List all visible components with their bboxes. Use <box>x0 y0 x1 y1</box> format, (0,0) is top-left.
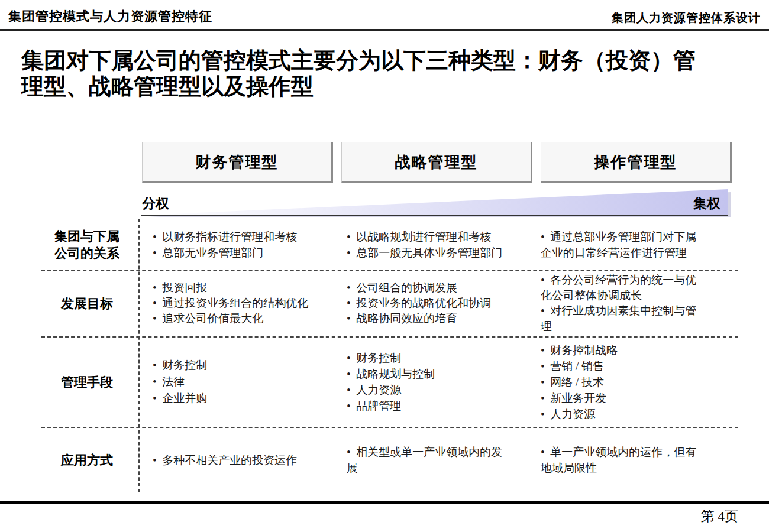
bullet-item: 品牌管理 <box>347 398 509 414</box>
cell-application-operational: 单一产业领域内的运作，但有地域局限性 <box>541 427 705 492</box>
page-number: 第 4页 <box>701 507 738 525</box>
bullet-item: 战略协同效应的培育 <box>347 311 509 326</box>
cell-goals-strategic: 公司组合的协调发展 投资业务的战略优化和协调 战略协同效应的培育 <box>347 270 509 336</box>
row-label-goals: 发展目标 <box>34 270 140 336</box>
row-goals: 发展目标 投资回报 通过投资业务组合的结构优化 追求公司价值最大化 公司组合的协… <box>0 270 769 336</box>
bullet-item: 总部无业务管理部门 <box>153 245 325 261</box>
bullet-item: 营销 / 销售 <box>541 358 705 374</box>
axis-label-decentralized: 分权 <box>142 194 169 213</box>
header-left-title: 集团管控模式与人力资源管控特征 <box>8 8 212 25</box>
column-header-operational: 操作管理型 <box>541 142 732 183</box>
bullet-item: 单一产业领域内的运作，但有地域局限性 <box>541 444 705 476</box>
bullet-item: 投资业务的战略优化和协调 <box>347 296 509 311</box>
cell-relationship-strategic: 以战略规划进行管理和考核 总部一般无具体业务管理部门 <box>347 220 509 270</box>
bullet-item: 法律 <box>153 374 325 390</box>
header-right-title: 集团人力资源管控体系设计 <box>612 10 761 26</box>
column-header-strategic: 战略管理型 <box>341 142 532 183</box>
bullet-item: 财务控制 <box>153 357 325 374</box>
bullet-item: 财务控制 <box>347 350 509 366</box>
bullet-item: 人力资源 <box>347 382 509 398</box>
bullet-item: 相关型或单一产业领域内的发展 <box>347 444 509 476</box>
row-label-relationship: 集团与下属 公司的关系 <box>34 220 140 270</box>
row-application: 应用方式 多种不相关产业的投资运作 相关型或单一产业领域内的发展 单一产业领域内… <box>0 427 769 492</box>
cell-goals-operational: 各分公司经营行为的统一与优化公司整体协调成长 对行业成功因素集中控制与管理 <box>541 270 705 336</box>
slide-title-line1: 集团对下属公司的管控模式主要分为以下三种类型：财务（投资）管 <box>21 47 755 73</box>
bullet-item: 战略规划与控制 <box>347 366 509 382</box>
bullet-item: 企业并购 <box>153 390 325 407</box>
bullet-item: 公司组合的协调发展 <box>347 280 509 296</box>
bullet-item: 追求公司价值最大化 <box>153 311 325 326</box>
cell-relationship-financial: 以财务指标进行管理和考核 总部无业务管理部门 <box>153 220 325 270</box>
axis-label-centralized: 集权 <box>693 194 720 213</box>
cell-means-financial: 财务控制 法律 企业并购 <box>153 337 325 427</box>
cell-means-strategic: 财务控制 战略规划与控制 人力资源 品牌管理 <box>347 337 509 427</box>
bullet-item: 人力资源 <box>541 406 705 422</box>
cell-relationship-operational: 通过总部业务管理部门对下属企业的日常经营运作进行管理 <box>541 220 705 270</box>
bullet-item: 新业务开发 <box>541 390 705 406</box>
cell-goals-financial: 投资回报 通过投资业务组合的结构优化 追求公司价值最大化 <box>153 270 325 336</box>
bullet-item: 对行业成功因素集中控制与管理 <box>541 303 705 334</box>
bullet-item: 各分公司经营行为的统一与优化公司整体协调成长 <box>541 273 705 303</box>
row-label-application: 应用方式 <box>34 427 140 492</box>
centralization-gradient-wedge <box>138 187 734 219</box>
bullet-item: 以战略规划进行管理和考核 <box>347 229 509 245</box>
slide-root: 集团管控模式与人力资源管控特征 集团人力资源管控体系设计 集团对下属公司的管控模… <box>0 0 769 532</box>
header-divider <box>0 29 769 31</box>
bullet-item: 投资回报 <box>153 280 325 296</box>
bullet-item: 网络 / 技术 <box>541 374 705 390</box>
bullet-item: 财务控制战略 <box>541 342 705 358</box>
cell-application-strategic: 相关型或单一产业领域内的发展 <box>347 427 509 492</box>
wedge-triangle <box>143 189 728 215</box>
column-header-financial: 财务管理型 <box>142 142 333 183</box>
bullet-item: 以财务指标进行管理和考核 <box>153 229 325 245</box>
cell-means-operational: 财务控制战略 营销 / 销售 网络 / 技术 新业务开发 人力资源 <box>541 337 705 427</box>
bullet-item: 通过投资业务组合的结构优化 <box>153 296 325 311</box>
bullet-item: 通过总部业务管理部门对下属企业的日常经营运作进行管理 <box>541 229 705 261</box>
row-relationship: 集团与下属 公司的关系 以财务指标进行管理和考核 总部无业务管理部门 以战略规划… <box>0 220 769 270</box>
footer-rule-thick <box>0 501 769 504</box>
slide-title-line2: 理型、战略管理型以及操作型 <box>21 73 755 99</box>
row-label-means: 管理手段 <box>34 337 140 427</box>
slide-title: 集团对下属公司的管控模式主要分为以下三种类型：财务（投资）管 理型、战略管理型以… <box>21 47 755 99</box>
bullet-item: 总部一般无具体业务管理部门 <box>347 245 509 261</box>
footer-rule-thin <box>0 498 769 498</box>
bullet-item: 多种不相关产业的投资运作 <box>153 452 325 468</box>
row-means: 管理手段 财务控制 法律 企业并购 财务控制 战略规划与控制 人力资源 品牌管理… <box>0 337 769 427</box>
cell-application-financial: 多种不相关产业的投资运作 <box>153 427 325 492</box>
